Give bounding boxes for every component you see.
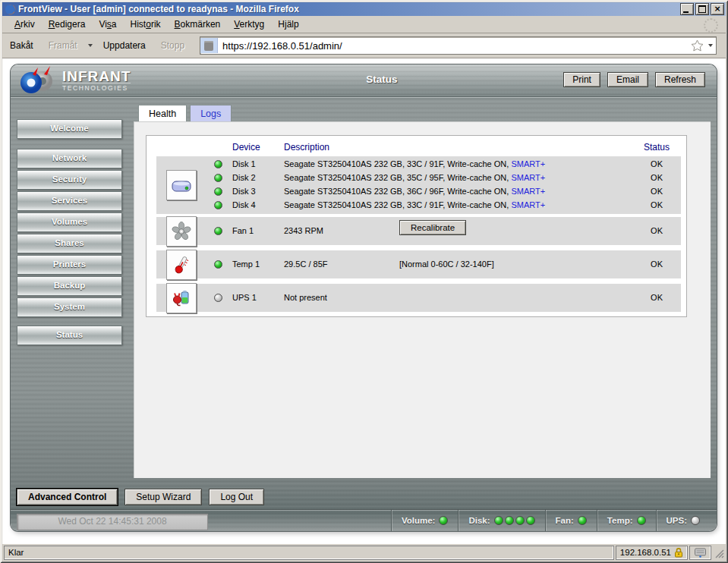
sidebar-item-shares[interactable]: Shares <box>17 234 122 253</box>
menu-verktyg[interactable]: Verktyg <box>227 17 271 32</box>
stop-button[interactable]: Stopp <box>153 36 192 55</box>
table-row: UPS 1 Not present OK <box>156 291 681 305</box>
col-header-status: Status <box>644 142 670 153</box>
minimize-icon[interactable] <box>680 3 694 15</box>
status-text-panel: Klar <box>4 546 614 560</box>
sidebar-item-status[interactable]: Status <box>17 326 122 345</box>
urlbar-dropdown-icon[interactable] <box>708 44 713 47</box>
ups-led <box>691 516 700 525</box>
firefox-icon <box>5 4 16 15</box>
disk1-description: Seagate ST3250410AS 232 GB, 33C / 91F, W… <box>284 159 509 168</box>
menu-hjalp[interactable]: Hjälp <box>271 17 305 32</box>
table-row: Temp 1 29.5C / 85F [Normal 0-60C / 32-14… <box>156 258 681 272</box>
col-header-device: Device <box>232 142 260 153</box>
table-row: Disk 1 Seagate ST3250410AS 232 GB, 33C /… <box>156 158 681 171</box>
refresh-button[interactable]: Refresh <box>655 72 705 87</box>
security-host-panel[interactable]: 192.168.0.51 <box>616 546 688 560</box>
volume-led <box>439 516 448 525</box>
disk2-label: Disk 2 <box>232 173 256 182</box>
advanced-control-button[interactable]: Advanced Control <box>17 489 118 505</box>
table-row: Disk 4 Seagate ST3250410AS 232 GB, 33C /… <box>156 199 681 212</box>
disk2-smart-link[interactable]: SMART+ <box>511 173 545 182</box>
sidebar-item-network[interactable]: Network <box>17 149 122 168</box>
bookmark-star-icon[interactable] <box>691 39 704 52</box>
throbber-icon <box>704 18 718 33</box>
ups1-status: OK <box>651 293 663 302</box>
table-header-row: Device Description Status <box>147 136 686 156</box>
url-bar[interactable] <box>200 36 717 55</box>
menu-bokmarken[interactable]: Bokmärken <box>168 17 228 32</box>
temp1-led <box>214 260 222 269</box>
temp1-description: 29.5C / 85F <box>284 259 327 269</box>
history-dropdown-icon[interactable] <box>88 44 93 47</box>
resize-grip[interactable] <box>713 546 724 559</box>
tab-health[interactable]: Health <box>138 105 187 121</box>
ups1-label: UPS 1 <box>232 293 257 302</box>
disk3-smart-link[interactable]: SMART+ <box>511 187 545 196</box>
indicator-fan: Fan: <box>545 510 597 531</box>
setup-wizard-button[interactable]: Setup Wizard <box>124 489 202 505</box>
sidebar-item-welcome[interactable]: Welcome <box>17 119 122 139</box>
disk4-label: Disk 4 <box>232 200 256 209</box>
indicator-ups: UPS: <box>656 510 710 531</box>
disk3-description: Seagate ST3250410AS 232 GB, 36C / 96F, W… <box>284 187 509 196</box>
table-row: Disk 3 Seagate ST3250410AS 232 GB, 36C /… <box>156 185 681 199</box>
indicator-volume: Volume: <box>391 510 459 531</box>
temp1-status: OK <box>651 259 663 269</box>
ups-group: UPS 1 Not present OK <box>156 284 681 312</box>
host-text: 192.168.0.51 <box>620 548 671 557</box>
disk4-status: OK <box>651 200 663 209</box>
title-bar: FrontView - User [admin] connected to re… <box>2 2 726 16</box>
ups1-led <box>214 294 222 302</box>
sidebar-item-services[interactable]: Services <box>17 191 122 211</box>
disk4-smart-link[interactable]: SMART+ <box>511 200 545 209</box>
temp1-normal-range: [Normal 0-60C / 32-140F] <box>399 259 494 269</box>
disk4-led <box>214 201 222 209</box>
menu-arkiv[interactable]: Arkiv <box>8 17 42 32</box>
menu-bar: Arkiv Redigera Visa Historik Bokmärken V… <box>2 16 726 33</box>
disk-group: Disk 1 Seagate ST3250410AS 232 GB, 33C /… <box>156 156 681 214</box>
browser-status-bar: Klar 192.168.0.51 <box>2 543 726 561</box>
health-table: Device Description Status <box>146 135 687 317</box>
log-out-button[interactable]: Log Out <box>209 489 264 505</box>
browser-window: FrontView - User [admin] connected to re… <box>0 0 728 563</box>
url-input[interactable] <box>218 39 689 52</box>
reload-button[interactable]: Uppdatera <box>96 36 153 55</box>
disk1-smart-link[interactable]: SMART+ <box>511 159 545 168</box>
fan1-led <box>214 227 222 235</box>
status-text: Klar <box>8 548 24 557</box>
sidebar-item-printers[interactable]: Printers <box>17 255 122 275</box>
indicator-disk: Disk: <box>458 510 544 531</box>
disk3-led <box>214 187 222 196</box>
datetime-button[interactable]: Wed Oct 22 14:45:31 2008 <box>17 514 208 530</box>
site-favicon <box>200 38 218 53</box>
recalibrate-button[interactable]: Recalibrate <box>399 220 466 235</box>
temp1-label: Temp 1 <box>232 259 260 269</box>
sidebar-item-backup[interactable]: Backup <box>17 276 122 296</box>
network-icon-panel[interactable] <box>689 546 711 560</box>
table-row: Fan 1 2343 RPM Recalibrate OK <box>156 225 681 238</box>
sidebar-nav: Welcome Network Security Services Volume… <box>17 119 122 347</box>
sidebar-item-system[interactable]: System <box>17 297 122 317</box>
table-row: Disk 2 Seagate ST3250410AS 232 GB, 35C /… <box>156 171 681 185</box>
menu-visa[interactable]: Visa <box>92 17 123 32</box>
forward-button[interactable]: Framåt <box>41 36 85 55</box>
fan1-label: Fan 1 <box>232 226 254 235</box>
server-icon <box>694 548 707 558</box>
tab-panel: Device Description Status <box>134 121 711 478</box>
sidebar-item-security[interactable]: Security <box>17 170 122 190</box>
window-title: FrontView - User [admin] connected to re… <box>18 4 680 14</box>
print-button[interactable]: Print <box>563 72 600 87</box>
email-button[interactable]: Email <box>607 72 648 87</box>
disk2-status: OK <box>651 173 663 182</box>
page-viewport: INFRANT TECHNOLOGIES Status Print Email … <box>2 58 726 544</box>
navigation-toolbar: Bakåt Framåt Uppdatera Stopp <box>2 33 726 58</box>
menu-historik[interactable]: Historik <box>124 17 168 32</box>
maximize-icon[interactable] <box>695 3 709 15</box>
menu-redigera[interactable]: Redigera <box>42 17 93 32</box>
back-button[interactable]: Bakåt <box>2 36 41 55</box>
sidebar-item-volumes[interactable]: Volumes <box>17 212 122 232</box>
fan1-description: 2343 RPM <box>284 226 323 235</box>
tab-logs[interactable]: Logs <box>190 105 232 121</box>
close-icon[interactable]: × <box>711 3 724 15</box>
